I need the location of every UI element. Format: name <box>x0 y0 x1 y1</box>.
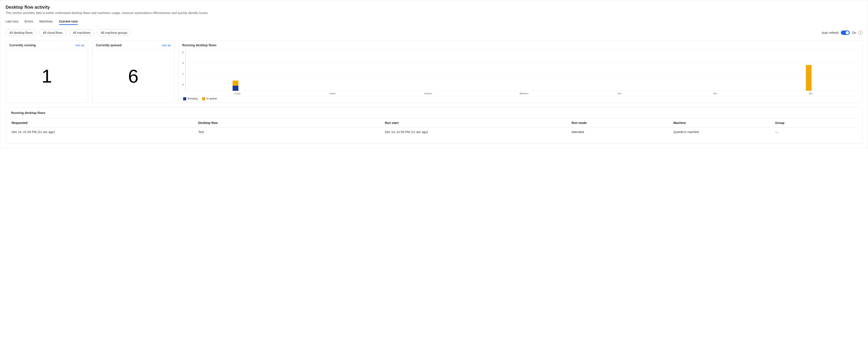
col-requested[interactable]: Requested <box>10 119 196 128</box>
legend-swatch-queue <box>202 97 205 100</box>
chart-seg-queue <box>232 80 238 86</box>
cell-group: — <box>773 128 858 137</box>
chart-x-tick: 2h+ <box>668 91 763 95</box>
page-title: Desktop flow activity <box>6 5 862 10</box>
chart-y-tick: 0 <box>182 83 184 86</box>
card-running-title: Currently running <box>9 43 36 47</box>
card-currently-running: Currently running See all 1 <box>6 40 88 103</box>
chart-x-tick: 30mins+ <box>476 91 572 95</box>
col-desktop-flow[interactable]: Desktop flow <box>196 119 383 128</box>
cell-start: Dec 14, 01:55 PM (12 sec ago) <box>383 128 570 137</box>
tab-last-runs[interactable]: Last runs <box>6 20 19 25</box>
page-subtitle: This section provides data to better und… <box>6 11 862 15</box>
chart-x-tick: 3h+ <box>763 91 859 95</box>
tab-current-runs[interactable]: Current runs <box>59 20 78 25</box>
legend-label-running: Running <box>188 97 197 100</box>
chart-title: Running desktop flows <box>182 43 217 47</box>
filter-machine-groups[interactable]: All machine groups <box>97 29 131 36</box>
chart-bar-slot <box>665 50 761 91</box>
chart-x-tick: 5mins+ <box>380 91 476 95</box>
filter-pills: All desktop flows All cloud flows All ma… <box>6 29 131 36</box>
chart-x-tick: 1h+ <box>572 91 668 95</box>
card-running-value: 1 <box>6 50 88 103</box>
card-running-see-all[interactable]: See all <box>75 44 84 47</box>
tab-errors[interactable]: Errors <box>25 20 33 25</box>
chart-y-tick: 2 <box>182 72 184 75</box>
chart-bar-slot <box>761 50 857 91</box>
chart-y-axis: 6420 <box>182 50 185 91</box>
filter-machines[interactable]: All machines <box>69 29 94 36</box>
chart-bar-slot <box>570 50 665 91</box>
chart-plot <box>185 50 859 91</box>
chart-x-tick: 1min+ <box>285 91 380 95</box>
card-queued-see-all[interactable]: See all <box>162 44 170 47</box>
col-group[interactable]: Group <box>773 119 858 128</box>
table-title: Running desktop flows <box>10 111 858 114</box>
cell-flow: Test <box>196 128 383 137</box>
chart-y-tick: 6 <box>182 51 184 54</box>
table-row[interactable]: Dec 14, 01:55 PM (31 sec ago)TestDec 14,… <box>10 128 858 137</box>
chart-bar-slot <box>283 50 379 91</box>
chart-legend: Running In queue <box>182 95 859 100</box>
col-machine[interactable]: Machine <box>672 119 773 128</box>
tab-machines[interactable]: Machines <box>39 20 53 25</box>
auto-refresh: Auto refresh On i <box>822 31 862 35</box>
info-icon[interactable]: i <box>859 31 862 35</box>
table-running-flows: Running desktop flows Requested Desktop … <box>6 107 862 143</box>
auto-refresh-label: Auto refresh <box>822 31 839 34</box>
filter-cloud-flows[interactable]: All cloud flows <box>39 29 66 36</box>
cell-requested: Dec 14, 01:55 PM (31 sec ago) <box>10 128 196 137</box>
chart-seg-running <box>232 86 238 91</box>
card-queued-value: 6 <box>92 50 174 103</box>
auto-refresh-toggle[interactable] <box>841 31 850 35</box>
table-header-row: Requested Desktop flow Run start Run mod… <box>10 119 858 128</box>
filter-desktop-flows[interactable]: All desktop flows <box>6 29 36 36</box>
chart-bar-slot <box>474 50 570 91</box>
tabs: Last runs Errors Machines Current runs <box>6 20 862 25</box>
chart-bar-slot <box>188 50 283 91</box>
chart-seg-queue <box>806 65 812 91</box>
chart-bar-slot <box>379 50 474 91</box>
chart-x-tick: <1min <box>189 91 285 95</box>
col-run-start[interactable]: Run start <box>383 119 570 128</box>
col-run-mode[interactable]: Run mode <box>570 119 672 128</box>
cell-machine: Quentin's machine <box>672 128 773 137</box>
auto-refresh-state: On <box>852 31 856 34</box>
card-queued-title: Currently queued <box>96 43 122 47</box>
card-currently-queued: Currently queued See all 6 <box>92 40 175 103</box>
legend-swatch-running <box>183 97 186 100</box>
chart-x-axis: <1min1min+5mins+30mins+1h+2h+3h+ <box>182 91 859 95</box>
chart-y-tick: 4 <box>182 62 184 64</box>
card-running-chart: Running desktop flows 6420 <1min1min+5mi… <box>179 40 862 103</box>
cell-mode: Attended <box>570 128 672 137</box>
legend-label-queue: In queue <box>207 97 217 100</box>
